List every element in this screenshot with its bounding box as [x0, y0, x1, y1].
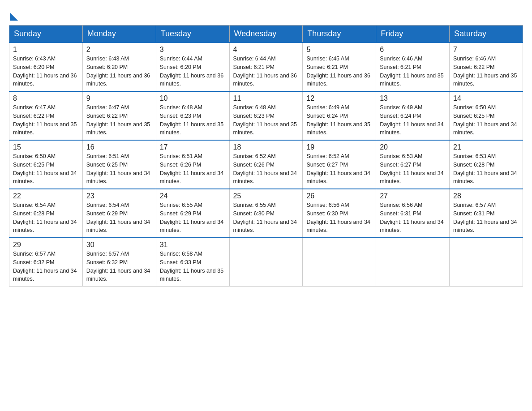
calendar-day-cell: 7 Sunrise: 6:46 AMSunset: 6:22 PMDayligh…	[450, 43, 523, 91]
calendar-day-cell: 14 Sunrise: 6:50 AMSunset: 6:25 PMDaylig…	[450, 91, 523, 140]
day-info: Sunrise: 6:52 AMSunset: 6:27 PMDaylight:…	[306, 153, 370, 184]
day-number: 14	[453, 94, 519, 103]
day-number: 9	[86, 94, 152, 103]
calendar-week-row: 22 Sunrise: 6:54 AMSunset: 6:28 PMDaylig…	[9, 189, 523, 238]
calendar-day-cell: 21 Sunrise: 6:53 AMSunset: 6:28 PMDaylig…	[450, 140, 523, 189]
logo-arrow-icon	[10, 13, 18, 21]
day-number: 2	[86, 46, 152, 54]
day-number: 3	[160, 46, 226, 54]
day-number: 11	[233, 94, 299, 103]
day-info: Sunrise: 6:51 AMSunset: 6:26 PMDaylight:…	[160, 153, 223, 184]
day-info: Sunrise: 6:57 AMSunset: 6:31 PMDaylight:…	[453, 202, 517, 233]
day-info: Sunrise: 6:44 AMSunset: 6:21 PMDaylight:…	[233, 56, 297, 87]
day-info: Sunrise: 6:54 AMSunset: 6:28 PMDaylight:…	[13, 202, 77, 233]
day-number: 12	[306, 94, 372, 103]
calendar-day-cell: 18 Sunrise: 6:52 AMSunset: 6:26 PMDaylig…	[229, 140, 303, 189]
day-info: Sunrise: 6:53 AMSunset: 6:27 PMDaylight:…	[380, 153, 443, 184]
day-info: Sunrise: 6:46 AMSunset: 6:22 PMDaylight:…	[453, 56, 517, 87]
day-number: 30	[86, 241, 152, 249]
calendar-day-cell: 20 Sunrise: 6:53 AMSunset: 6:27 PMDaylig…	[376, 140, 450, 189]
calendar-week-row: 15 Sunrise: 6:50 AMSunset: 6:25 PMDaylig…	[9, 140, 523, 189]
day-info: Sunrise: 6:56 AMSunset: 6:31 PMDaylight:…	[380, 202, 443, 233]
calendar-day-cell: 25 Sunrise: 6:55 AMSunset: 6:30 PMDaylig…	[229, 189, 303, 238]
calendar-day-cell: 15 Sunrise: 6:50 AMSunset: 6:25 PMDaylig…	[9, 140, 83, 189]
logo	[9, 9, 18, 18]
day-info: Sunrise: 6:47 AMSunset: 6:22 PMDaylight:…	[86, 104, 150, 136]
day-number: 6	[380, 46, 446, 54]
day-of-week-header: Tuesday	[156, 26, 229, 43]
calendar-day-cell: 17 Sunrise: 6:51 AMSunset: 6:26 PMDaylig…	[156, 140, 229, 189]
day-info: Sunrise: 6:49 AMSunset: 6:24 PMDaylight:…	[380, 104, 443, 136]
day-info: Sunrise: 6:57 AMSunset: 6:32 PMDaylight:…	[86, 251, 150, 282]
day-info: Sunrise: 6:55 AMSunset: 6:30 PMDaylight:…	[233, 202, 297, 233]
calendar-body: 1 Sunrise: 6:43 AMSunset: 6:20 PMDayligh…	[9, 43, 523, 287]
day-info: Sunrise: 6:56 AMSunset: 6:30 PMDaylight:…	[306, 202, 370, 233]
day-number: 15	[13, 143, 79, 151]
day-number: 5	[306, 46, 372, 54]
calendar-day-cell: 31 Sunrise: 6:58 AMSunset: 6:33 PMDaylig…	[156, 238, 229, 287]
calendar-day-cell: 4 Sunrise: 6:44 AMSunset: 6:21 PMDayligh…	[229, 43, 303, 91]
calendar-day-cell: 2 Sunrise: 6:43 AMSunset: 6:20 PMDayligh…	[82, 43, 156, 91]
day-info: Sunrise: 6:58 AMSunset: 6:33 PMDaylight:…	[160, 251, 223, 282]
calendar-header: SundayMondayTuesdayWednesdayThursdayFrid…	[9, 26, 523, 43]
day-number: 21	[453, 143, 519, 151]
calendar-table: SundayMondayTuesdayWednesdayThursdayFrid…	[9, 25, 523, 287]
day-number: 19	[306, 143, 372, 151]
day-info: Sunrise: 6:47 AMSunset: 6:22 PMDaylight:…	[13, 104, 77, 136]
day-number: 23	[86, 192, 152, 200]
page-header	[9, 9, 523, 18]
calendar-day-cell: 3 Sunrise: 6:44 AMSunset: 6:20 PMDayligh…	[156, 43, 229, 91]
calendar-day-cell: 9 Sunrise: 6:47 AMSunset: 6:22 PMDayligh…	[82, 91, 156, 140]
day-number: 4	[233, 46, 299, 54]
calendar-day-cell: 10 Sunrise: 6:48 AMSunset: 6:23 PMDaylig…	[156, 91, 229, 140]
day-number: 29	[13, 241, 79, 249]
calendar-day-cell	[376, 238, 450, 287]
day-info: Sunrise: 6:50 AMSunset: 6:25 PMDaylight:…	[13, 153, 77, 184]
calendar-day-cell: 23 Sunrise: 6:54 AMSunset: 6:29 PMDaylig…	[82, 189, 156, 238]
calendar-day-cell: 13 Sunrise: 6:49 AMSunset: 6:24 PMDaylig…	[376, 91, 450, 140]
day-number: 10	[160, 94, 226, 103]
day-info: Sunrise: 6:55 AMSunset: 6:29 PMDaylight:…	[160, 202, 223, 233]
day-info: Sunrise: 6:52 AMSunset: 6:26 PMDaylight:…	[233, 153, 297, 184]
calendar-day-cell: 1 Sunrise: 6:43 AMSunset: 6:20 PMDayligh…	[9, 43, 83, 91]
day-number: 18	[233, 143, 299, 151]
calendar-day-cell: 27 Sunrise: 6:56 AMSunset: 6:31 PMDaylig…	[376, 189, 450, 238]
day-info: Sunrise: 6:45 AMSunset: 6:21 PMDaylight:…	[306, 56, 370, 87]
days-of-week-row: SundayMondayTuesdayWednesdayThursdayFrid…	[9, 26, 523, 43]
calendar-day-cell: 28 Sunrise: 6:57 AMSunset: 6:31 PMDaylig…	[450, 189, 523, 238]
calendar-day-cell	[303, 238, 376, 287]
day-number: 20	[380, 143, 446, 151]
calendar-day-cell: 11 Sunrise: 6:48 AMSunset: 6:23 PMDaylig…	[229, 91, 303, 140]
calendar-day-cell: 19 Sunrise: 6:52 AMSunset: 6:27 PMDaylig…	[303, 140, 376, 189]
day-number: 31	[160, 241, 226, 249]
calendar-day-cell: 16 Sunrise: 6:51 AMSunset: 6:25 PMDaylig…	[82, 140, 156, 189]
day-number: 17	[160, 143, 226, 151]
calendar-day-cell: 29 Sunrise: 6:57 AMSunset: 6:32 PMDaylig…	[9, 238, 83, 287]
day-info: Sunrise: 6:48 AMSunset: 6:23 PMDaylight:…	[233, 104, 297, 136]
day-info: Sunrise: 6:57 AMSunset: 6:32 PMDaylight:…	[13, 251, 77, 282]
day-of-week-header: Saturday	[450, 26, 523, 43]
day-number: 8	[13, 94, 79, 103]
day-info: Sunrise: 6:43 AMSunset: 6:20 PMDaylight:…	[86, 56, 150, 87]
day-info: Sunrise: 6:46 AMSunset: 6:21 PMDaylight:…	[380, 56, 443, 87]
day-info: Sunrise: 6:54 AMSunset: 6:29 PMDaylight:…	[86, 202, 150, 233]
calendar-week-row: 8 Sunrise: 6:47 AMSunset: 6:22 PMDayligh…	[9, 91, 523, 140]
day-number: 26	[306, 192, 372, 200]
day-of-week-header: Thursday	[303, 26, 376, 43]
day-number: 22	[13, 192, 79, 200]
day-number: 28	[453, 192, 519, 200]
calendar-day-cell: 6 Sunrise: 6:46 AMSunset: 6:21 PMDayligh…	[376, 43, 450, 91]
day-number: 27	[380, 192, 446, 200]
day-info: Sunrise: 6:44 AMSunset: 6:20 PMDaylight:…	[160, 56, 223, 87]
calendar-day-cell: 5 Sunrise: 6:45 AMSunset: 6:21 PMDayligh…	[303, 43, 376, 91]
day-info: Sunrise: 6:50 AMSunset: 6:25 PMDaylight:…	[453, 104, 517, 136]
calendar-day-cell: 30 Sunrise: 6:57 AMSunset: 6:32 PMDaylig…	[82, 238, 156, 287]
day-number: 13	[380, 94, 446, 103]
calendar-day-cell: 22 Sunrise: 6:54 AMSunset: 6:28 PMDaylig…	[9, 189, 83, 238]
day-info: Sunrise: 6:51 AMSunset: 6:25 PMDaylight:…	[86, 153, 150, 184]
calendar-day-cell	[450, 238, 523, 287]
calendar-day-cell: 12 Sunrise: 6:49 AMSunset: 6:24 PMDaylig…	[303, 91, 376, 140]
day-of-week-header: Friday	[376, 26, 450, 43]
calendar-week-row: 29 Sunrise: 6:57 AMSunset: 6:32 PMDaylig…	[9, 238, 523, 287]
day-number: 25	[233, 192, 299, 200]
